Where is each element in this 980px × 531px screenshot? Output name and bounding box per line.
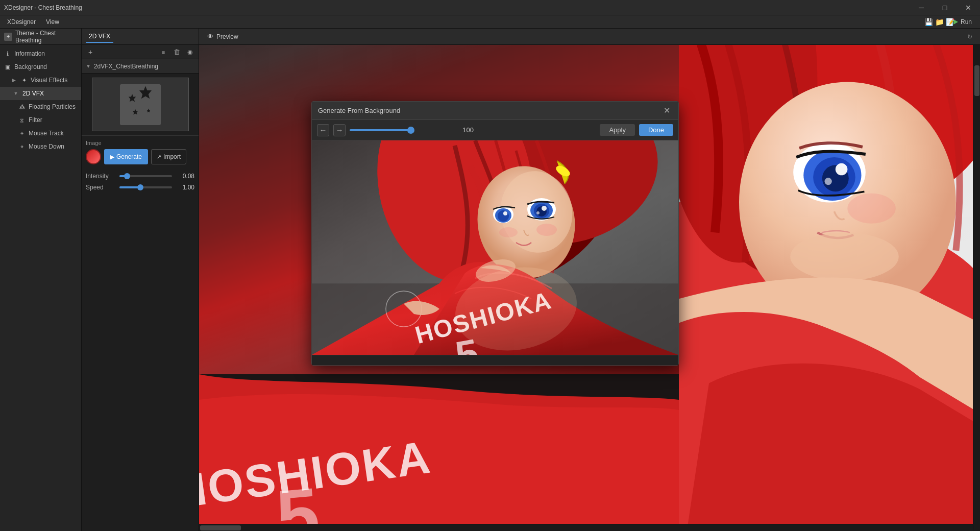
thumbnail-area xyxy=(82,74,199,135)
modal-slider-container[interactable] xyxy=(350,129,458,131)
horizontal-scrollbar-thumb[interactable] xyxy=(200,525,241,530)
speed-slider[interactable] xyxy=(119,186,172,188)
menu-view[interactable]: View xyxy=(42,17,63,27)
node-expand-arrow[interactable]: ▼ xyxy=(86,63,91,69)
mouse-track-icon: ⌖ xyxy=(18,130,26,137)
sidebar-item-mouse-down[interactable]: ⌖ Mouse Down xyxy=(0,140,81,153)
minimize-button[interactable]: ─ xyxy=(910,0,933,15)
bottom-image-section: HOSHIOKA 5 xyxy=(199,374,679,531)
modal-slider-fill xyxy=(350,129,411,131)
folder-icon[interactable]: 📁 xyxy=(935,18,944,26)
maximize-button[interactable]: □ xyxy=(933,0,957,15)
svg-point-21 xyxy=(498,210,509,222)
add-node-button[interactable]: + xyxy=(85,46,96,58)
svg-point-41 xyxy=(825,178,832,185)
generate-button[interactable]: ▶ Generate xyxy=(104,149,148,164)
image-section: Image ▶ Generate ↗ Import xyxy=(82,135,199,168)
menu-xdesigner[interactable]: XDesigner xyxy=(3,17,40,27)
sidebar-item-floating-particles[interactable]: ⁂ Floating Particles xyxy=(0,100,81,113)
sidebar-label-background: Background xyxy=(14,63,47,70)
svg-point-23 xyxy=(536,224,557,236)
modal-title: Generate From Background xyxy=(318,107,661,114)
bottom-svg: HOSHIOKA 5 xyxy=(199,374,679,531)
app-title: XDesigner - Chest Breathing xyxy=(4,4,82,11)
script-icon[interactable]: 📝 xyxy=(946,18,954,26)
save-icon[interactable]: 💾 xyxy=(924,18,933,26)
panel-tab-2dvfx[interactable]: 2D VFX xyxy=(86,31,113,43)
right-scrollbar[interactable] xyxy=(973,45,980,531)
refresh-button[interactable]: ↻ xyxy=(964,31,976,43)
modal-forward-button[interactable]: → xyxy=(333,124,346,136)
modal-image-area: HOSHIOKA 5 xyxy=(312,140,678,355)
scrollbar-thumb[interactable] xyxy=(974,65,979,96)
preview-tab-label: Preview xyxy=(216,33,238,40)
panel: 2D VFX + ≡ 🗑 ◉ ▼ 2dVFX_ChestBreathing xyxy=(82,29,199,531)
modal-titlebar: Generate From Background ✕ xyxy=(312,102,678,120)
sidebar-label-floating-particles: Floating Particles xyxy=(29,103,76,110)
modal-apply-button[interactable]: Apply xyxy=(600,124,635,136)
sidebar-item-visual-effects[interactable]: ▶ ✦ Visual Effects xyxy=(0,74,81,87)
svg-text:5: 5 xyxy=(273,471,323,531)
generate-from-background-modal: Generate From Background ✕ ← → 100 xyxy=(311,101,679,366)
sidebar-label-mouse-down: Mouse Down xyxy=(29,143,64,150)
speed-thumb[interactable] xyxy=(137,184,143,190)
image-buttons: ▶ Generate ↗ Import xyxy=(86,149,194,164)
particles-icon: ⁂ xyxy=(18,103,26,110)
svg-point-18 xyxy=(536,211,540,214)
preview-area: 👁 Preview ↻ 5 Generate From Backg xyxy=(199,29,980,531)
main-layout: ✦ Theme - Chest Breathing ℹ Information … xyxy=(0,29,980,531)
intensity-thumb[interactable] xyxy=(124,173,130,179)
filter-icon: ⧖ xyxy=(18,116,26,124)
image-section-title: Image xyxy=(86,140,194,146)
bottom-scrollbar[interactable] xyxy=(199,524,973,531)
panel-node-header: ▼ 2dVFX_ChestBreathing xyxy=(82,59,199,74)
panel-toolbar: + ≡ 🗑 ◉ xyxy=(82,45,199,59)
modal-back-button[interactable]: ← xyxy=(317,124,329,136)
intensity-slider[interactable] xyxy=(119,175,172,177)
modal-slider-thumb[interactable] xyxy=(407,127,414,134)
sidebar-item-filter[interactable]: ⧖ Filter xyxy=(0,113,81,127)
sidebar-label-2dvfx: 2D VFX xyxy=(22,90,44,97)
modal-done-button[interactable]: Done xyxy=(639,124,673,136)
modal-close-button[interactable]: ✕ xyxy=(661,105,672,116)
sidebar-items: ℹ Information ▣ Background ▶ ✦ Visual Ef… xyxy=(0,45,81,155)
generate-icon: ▶ xyxy=(110,154,114,160)
node-thumbnail xyxy=(92,78,189,131)
view-node-button[interactable]: ◉ xyxy=(184,46,195,58)
mouse-down-icon: ⌖ xyxy=(18,143,26,150)
close-button[interactable]: ✕ xyxy=(957,0,980,15)
modal-slider-track[interactable] xyxy=(350,129,411,131)
preview-tab[interactable]: 👁 Preview xyxy=(203,31,242,42)
preview-canvas: 5 Generate From Background ✕ ← → xyxy=(199,45,980,531)
svg-point-40 xyxy=(836,163,848,176)
speed-label: Speed xyxy=(86,184,116,191)
modal-slider-value: 100 xyxy=(462,126,483,134)
info-icon: ℹ xyxy=(4,50,11,57)
sidebar-label-filter: Filter xyxy=(29,116,42,124)
modal-anime-svg: HOSHIOKA 5 xyxy=(312,140,678,355)
thumbnail-svg xyxy=(120,84,161,125)
node-name: 2dVFX_ChestBreathing xyxy=(94,63,158,70)
sidebar: ✦ Theme - Chest Breathing ℹ Information … xyxy=(0,29,82,531)
sidebar-item-background[interactable]: ▣ Background xyxy=(0,60,81,74)
titlebar: XDesigner - Chest Breathing ─ □ ✕ xyxy=(0,0,980,15)
modal-bottom-bar xyxy=(312,355,678,365)
svg-point-43 xyxy=(790,232,898,280)
panel-tabbar: 2D VFX xyxy=(82,29,199,45)
image-preview-avatar xyxy=(86,149,101,164)
import-button[interactable]: ↗ Import xyxy=(151,149,186,164)
right-side-image xyxy=(679,45,980,531)
sidebar-item-2dvfx[interactable]: ▼ 2D VFX xyxy=(0,87,81,100)
2dvfx-icon: ▼ xyxy=(12,90,19,97)
modal-toolbar: ← → 100 Apply Done xyxy=(312,120,678,140)
sidebar-item-information[interactable]: ℹ Information xyxy=(0,47,81,60)
toolbar-icon-btn1[interactable]: ≡ xyxy=(158,46,169,58)
sidebar-label-information: Information xyxy=(14,50,45,57)
sidebar-item-mouse-track[interactable]: ⌖ Mouse Track xyxy=(0,127,81,140)
delete-node-button[interactable]: 🗑 xyxy=(171,46,182,58)
speed-row: Speed 1.00 xyxy=(86,184,194,191)
sidebar-label-visual-effects: Visual Effects xyxy=(31,77,67,84)
import-icon: ↗ xyxy=(157,154,161,160)
intensity-row: Intensity 0.08 xyxy=(86,173,194,180)
svg-point-24 xyxy=(499,227,518,237)
